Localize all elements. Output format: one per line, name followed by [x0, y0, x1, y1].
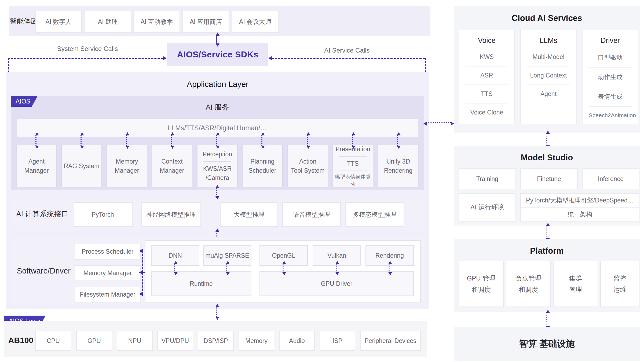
studio-engine-label: PyTorch/大模型推理引擎/DeepSpeed…: [521, 194, 639, 207]
cloud-item: ASR: [465, 66, 508, 84]
hw-box-audio: Audio: [279, 331, 315, 351]
cloud-card-voice: Voice KWS ASR TTS Voice Clone: [459, 29, 515, 124]
cloud-item: Voice Clone: [465, 103, 508, 121]
software-label: Memory Manager: [83, 269, 132, 277]
hw-box-memory: Memory: [239, 331, 274, 351]
infra-panel: 智算 基础设施: [454, 327, 640, 361]
module-presentation: Presentation TTS 嘴型表情身体驱动: [332, 145, 373, 187]
module-label: Scheduler: [248, 166, 276, 175]
connector-bar-perception: [216, 135, 217, 146]
cloud-item: Multi-Model: [527, 48, 570, 66]
connector-ai-services-cloud: [426, 122, 451, 123]
connector-bar-unity-3d: [397, 135, 398, 146]
platform-label: 和调度: [471, 284, 491, 295]
hw-label: NPU: [128, 337, 141, 345]
module-rag-system: RAG System: [61, 145, 102, 187]
module-label: RAG System: [64, 161, 100, 171]
runtime-box: Runtime: [151, 271, 251, 296]
cloud-card-title: Driver: [601, 36, 620, 45]
module-label: Manager: [160, 166, 184, 175]
module-memory-manager: Memory Manager: [107, 145, 147, 187]
software-arrowhead-process-scheduler: [139, 249, 143, 253]
lib-label: muAlg SPARSE: [205, 252, 249, 259]
app-box-assistant: AI 助理: [85, 11, 131, 33]
studio-label: Finetune: [537, 175, 561, 183]
hw-box-npu: NPU: [117, 331, 153, 351]
connector-software-hardware: [216, 306, 217, 317]
lib-label: DNN: [169, 252, 182, 259]
platform-box-cluster-management: 集群 管理: [553, 261, 598, 307]
compute-box-nn-inference: 神经网络模型推理: [141, 202, 201, 227]
compute-label: PyTorch: [92, 211, 114, 218]
module-label: Action: [299, 157, 316, 166]
compute-box-llm-inference: 大模型推理: [220, 202, 278, 227]
app-label: AI 数字人: [45, 18, 71, 26]
hw-label: Peripheral Devices: [364, 337, 416, 345]
module-context-manager: Context Manager: [152, 145, 192, 187]
hw-box-gpu: GPU: [76, 331, 112, 351]
model-studio-title: Model Studio: [454, 152, 640, 163]
app-label: AI 互动教学: [141, 18, 173, 26]
lib-label: OpenGL: [272, 252, 295, 259]
compute-box-multimodal-inference: 多模态模型推理: [345, 202, 404, 227]
software-arrowhead-memory-manager: [139, 270, 143, 275]
hw-label: VPU/DPU: [162, 337, 189, 345]
app-box-meeting-master: AI 会议大师: [232, 11, 279, 33]
studio-box-training: Training: [459, 168, 516, 189]
compute-interface-label: AI 计算系统接口: [13, 198, 72, 230]
connector-bar-action-tool-system: [307, 135, 308, 146]
connector-bar-agent-manager: [35, 135, 36, 146]
connector-studio-platform: [546, 226, 547, 239]
compute-box-speech-inference: 语音模型推理: [282, 202, 341, 227]
platform-label: 监控: [613, 273, 626, 284]
connector-vulkan-gpu-driver: [336, 264, 337, 273]
module-label: Planning: [250, 157, 275, 166]
cloud-card-llms: LLMs Multi-Model Long Context Agent: [520, 29, 577, 124]
ai-service-calls-label: AI Service Calls: [312, 47, 382, 54]
cloud-card-title: Voice: [478, 36, 496, 45]
platform-box-load-scheduling: 负载管理 和调度: [506, 261, 551, 307]
software-arrowhead-filesystem-manager: [139, 292, 143, 296]
studio-box-inference: Inference: [582, 168, 639, 189]
gpu-driver-label: GPU Driver: [321, 280, 353, 287]
compute-label: 语音模型推理: [293, 210, 330, 219]
studio-label: Inference: [598, 175, 624, 183]
module-label: Unity 3D: [386, 157, 410, 166]
hw-label: Audio: [289, 337, 305, 345]
cloud-item: KWS: [465, 48, 508, 66]
chip-label: AB100: [8, 331, 34, 350]
connector-opengl-gpu-driver: [283, 264, 284, 273]
cloud-card-title: LLMs: [540, 36, 557, 45]
divider: [339, 171, 367, 171]
module-action-tool-system: Action Tool System: [287, 145, 328, 187]
platform-label: 管理: [569, 284, 582, 295]
runtime-label: Runtime: [190, 280, 213, 287]
compute-label: 神经网络模型推理: [147, 210, 196, 219]
hw-box-peripheral-devices: Peripheral Devices: [360, 331, 421, 351]
cloud-services-title: Cloud AI Services: [454, 13, 640, 24]
compute-box-pytorch: PyTorch: [73, 202, 133, 227]
connector-rendering-gpu-driver: [389, 264, 390, 273]
cloud-item: 口型驱动: [589, 48, 632, 67]
studio-arch-label: 统一架构: [521, 207, 639, 221]
software-driver-label: Software/Driver: [13, 237, 75, 305]
app-box-digital-human: AI 数字人: [35, 11, 82, 33]
studio-label: AI 运行环境: [470, 203, 504, 212]
aios-architecture-diagram: 智能体应用 AI 数字人 AI 助理 AI 互动教学 AI 应用商店 AI 会议…: [0, 0, 644, 362]
hw-label: CPU: [47, 337, 60, 345]
platform-title: Platform: [454, 246, 640, 256]
module-label: Rendering: [384, 166, 412, 175]
ai-services-title: AI 服务: [11, 103, 424, 112]
connector-cloud-studio: [546, 133, 547, 146]
module-label: Context: [161, 157, 182, 166]
connector-platform-infra: [546, 312, 547, 327]
cloud-item: Speech2Animation: [589, 106, 632, 124]
software-label: Process Scheduler: [82, 248, 133, 255]
hw-label: ISP: [332, 337, 342, 345]
system-calls-line-horizontal: [8, 58, 163, 59]
hw-label: DSP/ISP: [204, 337, 228, 345]
module-label: Agent: [28, 157, 45, 166]
studio-box-finetune: Finetune: [520, 168, 578, 189]
connector-bar-memory-manager: [126, 135, 127, 146]
connector-bar-context-manager: [171, 135, 172, 146]
